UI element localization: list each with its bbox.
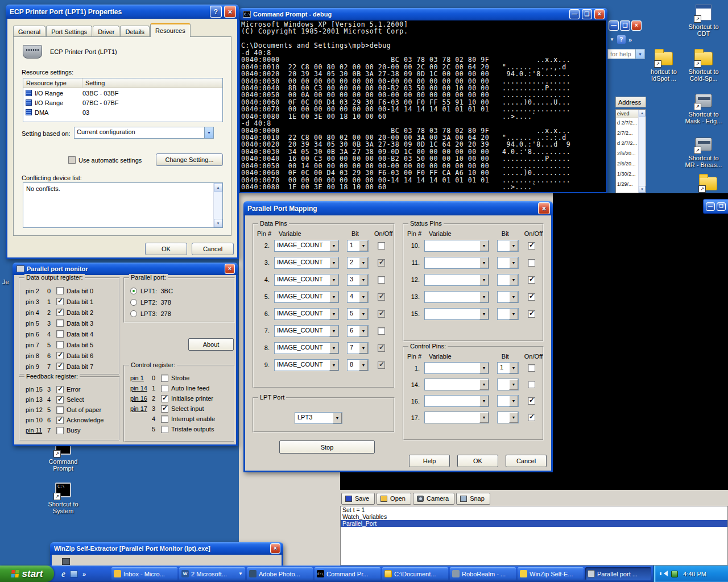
minimize-icon[interactable]: — <box>569 9 580 19</box>
resource-row[interactable]: I/O Range07BC - 07BF <box>23 98 222 107</box>
register-checkbox[interactable] <box>56 406 64 414</box>
close-icon[interactable]: × <box>225 264 235 274</box>
volume-icon[interactable] <box>660 570 667 577</box>
chevron-down-icon[interactable]: ▼ <box>509 292 518 302</box>
bit-select[interactable]: ▼ <box>497 411 519 423</box>
variable-select[interactable]: IMAGE_COUNT▼ <box>274 359 339 371</box>
onoff-checkbox[interactable]: ✓ <box>378 310 385 318</box>
resource-row[interactable]: I/O Range03BC - 03BF <box>23 88 222 98</box>
bit-select[interactable]: 5▼ <box>347 308 369 320</box>
chevron-down-icon[interactable]: ▼ <box>610 37 614 42</box>
tab-driver[interactable]: Driver <box>93 26 119 37</box>
scroll-down-icon[interactable]: ▼ <box>214 219 222 227</box>
chevron-down-icon[interactable]: ▼ <box>329 257 338 268</box>
overflow-chevron-icon[interactable]: » <box>82 571 86 577</box>
chevron-down-icon[interactable]: ▼ <box>479 292 489 302</box>
chevron-down-icon[interactable]: ▼ <box>359 275 368 285</box>
bit-select[interactable]: ▼ <box>497 308 519 320</box>
variable-select[interactable]: ▼ <box>424 411 489 423</box>
onoff-checkbox[interactable]: ✓ <box>528 310 535 318</box>
variable-select[interactable]: IMAGE_COUNT▼ <box>274 274 339 286</box>
pin-label[interactable]: pin 16 <box>130 395 152 402</box>
register-checkbox[interactable] <box>161 426 168 433</box>
radio-button[interactable] <box>130 288 137 294</box>
variable-select[interactable]: IMAGE_COUNT▼ <box>274 291 339 303</box>
chevron-down-icon[interactable]: ▼ <box>359 360 368 371</box>
column-setting[interactable]: Setting <box>82 78 107 88</box>
pin-label[interactable]: pin 14 <box>130 385 152 392</box>
bit-select[interactable]: ▼ <box>497 291 519 303</box>
onoff-checkbox[interactable]: ✓ <box>528 397 535 405</box>
variable-select[interactable]: ▼ <box>424 362 489 374</box>
chevron-down-icon[interactable]: ▼ <box>329 275 338 285</box>
titlebar[interactable]: WinZip Self-Extractor [Parallel Port Mon… <box>50 542 283 555</box>
tab-details[interactable]: Details <box>120 26 150 37</box>
maximize-icon[interactable]: ❏ <box>582 9 592 19</box>
bit-select[interactable]: 8▼ <box>347 359 369 371</box>
chevron-down-icon[interactable]: ▼ <box>509 412 518 423</box>
cmd-console[interactable]: Microsoft Windows XP [Version 5.1.2600](… <box>240 20 606 192</box>
radio-button[interactable] <box>130 310 137 317</box>
chevron-down-icon[interactable]: ▼ <box>329 360 338 371</box>
chevron-down-icon[interactable]: ▼ <box>479 309 489 319</box>
help-icon[interactable]: ? <box>210 6 222 18</box>
bit-select[interactable]: ▼ <box>497 240 519 252</box>
register-checkbox[interactable] <box>56 427 64 434</box>
chevron-down-icon[interactable]: ▼ <box>479 363 489 373</box>
bit-select[interactable]: ▼ <box>497 395 519 407</box>
chevron-down-icon[interactable]: ▼ <box>479 275 489 285</box>
chevron-down-icon[interactable]: ▼ <box>329 240 338 251</box>
scroll-down-icon[interactable]: ▼ <box>639 186 646 193</box>
onoff-checkbox[interactable]: ✓ <box>528 276 535 284</box>
bit-select[interactable]: 6▼ <box>347 325 369 337</box>
register-checkbox[interactable]: ✓ <box>56 396 64 404</box>
register-checkbox[interactable] <box>56 287 64 294</box>
desktop-icon[interactable]: Shortcut to Cold-Sp... <box>683 48 724 82</box>
chevron-down-icon[interactable]: ▼ <box>359 326 368 336</box>
bit-select[interactable]: ▼ <box>497 274 519 286</box>
snap-button[interactable]: Snap <box>456 493 490 505</box>
variable-select[interactable]: ▼ <box>424 257 489 269</box>
variable-select[interactable]: ▼ <box>424 291 489 303</box>
chevron-down-icon[interactable]: ▼ <box>509 309 518 319</box>
desktop-icon[interactable]: hortcut to IdSpot ... <box>643 48 684 82</box>
open-button[interactable]: Open <box>377 493 411 505</box>
watch-list-item[interactable]: Set t = 1 <box>341 506 727 513</box>
onoff-checkbox[interactable]: ✓ <box>528 293 535 301</box>
onoff-checkbox[interactable] <box>378 276 385 284</box>
chevron-down-icon[interactable]: ▼ <box>509 240 518 251</box>
tray-icon[interactable] <box>671 571 678 577</box>
radio-row[interactable]: LPT1: 3BC <box>125 285 234 297</box>
ok-button[interactable]: OK <box>145 243 187 255</box>
chevron-down-icon[interactable]: ▼ <box>329 309 338 319</box>
chevron-down-icon[interactable]: ▼ <box>479 412 489 423</box>
bit-select[interactable]: 1▼ <box>497 362 519 374</box>
chevron-down-icon[interactable]: ▼ <box>509 257 518 268</box>
variable-select[interactable]: IMAGE_COUNT▼ <box>274 308 339 320</box>
onoff-checkbox[interactable]: ✓ <box>378 344 385 352</box>
onoff-checkbox[interactable] <box>528 364 535 372</box>
taskbar-task[interactable]: W2 Microsoft...▼ <box>179 567 245 580</box>
chevron-down-icon[interactable]: ▼ <box>333 413 342 423</box>
cancel-button[interactable]: Cancel <box>192 243 234 255</box>
overflow-chevron-icon[interactable]: » <box>628 36 632 43</box>
desktop-icon[interactable] <box>688 173 728 193</box>
register-checkbox[interactable]: ✓ <box>56 386 64 393</box>
variable-select[interactable]: ▼ <box>424 274 489 286</box>
radio-button[interactable] <box>130 299 137 306</box>
chevron-down-icon[interactable]: ▼ <box>329 326 338 336</box>
tab-general[interactable]: General <box>13 26 46 37</box>
maximize-icon[interactable]: ❏ <box>717 202 726 211</box>
bit-select[interactable]: ▼ <box>497 257 519 269</box>
chevron-down-icon[interactable]: ▼ <box>509 275 518 285</box>
variable-select[interactable]: ▼ <box>424 395 489 407</box>
desktop-icon[interactable]: Shortcut to Mask - Edg... <box>683 91 724 124</box>
register-checkbox[interactable]: ✓ <box>56 309 64 316</box>
bit-select[interactable]: 4▼ <box>347 291 369 303</box>
onoff-checkbox[interactable] <box>378 242 385 250</box>
chevron-down-icon[interactable]: ▼ <box>509 396 518 406</box>
register-checkbox[interactable] <box>56 319 64 327</box>
taskbar-task[interactable]: C:\Document... <box>382 567 448 580</box>
register-checkbox[interactable]: ✓ <box>56 363 64 370</box>
close-icon[interactable]: × <box>538 202 550 214</box>
